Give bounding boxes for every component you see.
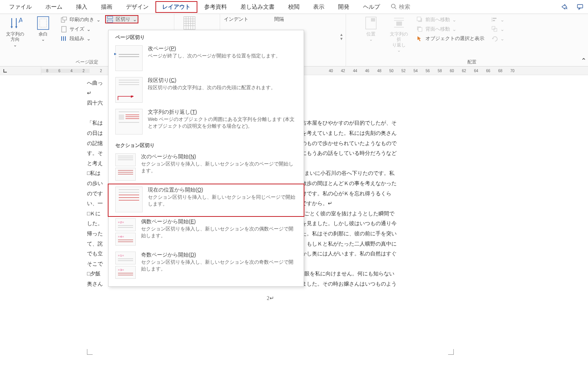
bring-front-button[interactable]: 前面へ移動 ⌄ [414, 15, 487, 24]
columns-button[interactable]: 段組み ⌄ [58, 34, 103, 43]
breaks-button[interactable]: 区切り ⌄ [105, 15, 138, 23]
ruler-tick: 64 [470, 69, 482, 73]
text-direction-button[interactable]: A 文字列の 方向 ⌄ [2, 15, 28, 48]
text-wrap-icon [392, 16, 406, 30]
tab-review[interactable]: 校閲 [281, 1, 306, 13]
even-page-section-icon: =2= =4= [115, 218, 136, 246]
ruler-tick: 40 [325, 69, 337, 73]
svg-rect-4 [37, 17, 49, 29]
position-icon [364, 16, 378, 30]
spinner-down-icon[interactable]: ▼ [340, 37, 343, 41]
even-page-section-item[interactable]: =2= =4= 偶数ページから開始(E) セクション区切りを挿入し、新しいセクシ… [109, 216, 304, 249]
group-objects-button[interactable]: ⌄ [489, 25, 507, 34]
page-corner-br [448, 349, 454, 355]
bring-front-icon [416, 16, 423, 23]
share-button[interactable] [559, 2, 570, 12]
svg-rect-32 [418, 28, 422, 31]
page-corner-bl [87, 349, 93, 355]
svg-rect-30 [417, 17, 421, 21]
ruler-tick: 2 [95, 69, 107, 73]
ruler-tick: 2 [78, 69, 90, 73]
tab-mailmerge[interactable]: 差し込み文書 [234, 1, 281, 13]
chevron-down-icon: ⌄ [500, 26, 504, 32]
chevron-down-icon: ⌄ [452, 26, 456, 32]
svg-rect-37 [494, 28, 497, 31]
svg-rect-35 [493, 20, 495, 21]
ruler-tick: 68 [494, 69, 506, 73]
odd-page-section-item[interactable]: =1= =3= 奇数ページから開始(D) セクション区切りを挿入し、新しいセクシ… [109, 249, 304, 283]
tab-view[interactable]: 表示 [306, 1, 331, 13]
vertical-ruler[interactable] [0, 75, 38, 374]
ribbon-collapse-button[interactable]: ⌃ [581, 57, 586, 65]
orientation-label: 印刷の向き [70, 16, 94, 23]
tab-developer[interactable]: 開発 [331, 1, 356, 13]
next-page-section-desc: セクション区切りを挿入し、新しいセクションを次のページで開始します。 [141, 161, 297, 174]
breaks-icon [107, 16, 113, 23]
margins-button[interactable]: 余白 ⌄ [30, 15, 56, 43]
columns-label: 段組み [70, 35, 84, 42]
selection-pane-label: オブジェクトの選択と表示 [425, 35, 484, 42]
tab-layout[interactable]: レイアウト [155, 1, 197, 13]
next-page-section-item[interactable]: 次のページから開始(N) セクション区切りを挿入し、新しいセクションを次のページ… [109, 151, 304, 184]
column-break-icon [115, 77, 143, 103]
page-break-item[interactable]: ▸ 改ページ(P) ページが終了し、次のページが開始する位置を指定します。 [109, 43, 304, 75]
search-box[interactable]: 検索 [387, 3, 414, 11]
breaks-dropdown: ページ区切り ▸ 改ページ(P) ページが終了し、次のページが開始する位置を指定… [108, 30, 304, 287]
spacing-header: 間隔 [273, 15, 285, 23]
tab-design[interactable]: デザイン [119, 1, 155, 13]
ruler-tick: 44 [349, 69, 361, 73]
comment-button[interactable] [574, 2, 586, 12]
text-wrap-button[interactable]: 文字列の折 り返し ⌄ [386, 15, 412, 54]
tab-insert[interactable]: 挿入 [69, 1, 94, 13]
ruler-tick: 62 [458, 69, 470, 73]
continuous-section-desc: セクション区切りを挿入し、新しいセクションを同じページで開始します。 [148, 194, 297, 207]
ruler-tab-selector[interactable] [0, 66, 41, 75]
ruler-tick: 46 [361, 69, 373, 73]
tab-home[interactable]: ホーム [39, 1, 69, 13]
text-wrap-break-item[interactable]: 文字列の折り返し(T) Web ページのオブジェクトの周囲にある文字列を分離しま… [109, 107, 304, 138]
tab-file[interactable]: ファイル [2, 1, 39, 13]
svg-rect-28 [396, 22, 402, 26]
arrange-group-label: 配置 [358, 58, 586, 66]
send-back-label: 背面へ移動 [425, 26, 450, 32]
ruler-tick: 60 [446, 69, 458, 73]
ruler-tick: 48 [373, 69, 385, 73]
page-number: 2↵ [87, 294, 454, 304]
selection-pane-button[interactable]: オブジェクトの選択と表示 [414, 34, 487, 43]
chevron-down-icon: ⌄ [500, 17, 504, 23]
tab-bar: ファイル ホーム 挿入 描画 デザイン レイアウト 参考資料 差し込み文書 校閲… [0, 0, 588, 14]
svg-line-1 [395, 8, 396, 9]
chevron-down-icon: ⌄ [369, 37, 373, 42]
size-button[interactable]: サイズ ⌄ [58, 25, 103, 34]
send-back-button[interactable]: 背面へ移動 ⌄ [414, 25, 487, 34]
tab-help[interactable]: ヘルプ [356, 1, 387, 13]
send-back-icon [416, 26, 423, 32]
group-icon [491, 26, 498, 32]
svg-rect-14 [184, 17, 195, 29]
svg-rect-7 [63, 17, 67, 20]
odd-page-section-desc: セクション区切りを挿入し、新しいセクションを次の奇数ページで開始します。 [141, 259, 297, 272]
position-label: 位置 [366, 31, 375, 37]
ruler-tick: 8 [41, 69, 53, 73]
svg-rect-8 [62, 26, 66, 32]
continuous-section-item[interactable]: 現在の位置から開始(O) セクション区切りを挿入し、新しいセクションを同じページ… [108, 184, 304, 217]
text-wrap-break-icon [115, 109, 143, 134]
align-button[interactable]: ⌄ [489, 15, 507, 24]
rotate-button[interactable]: ⌄ [489, 34, 507, 43]
tab-references[interactable]: 参考資料 [197, 1, 234, 13]
text-wrap-label: 文字列の折 り返し [388, 31, 410, 48]
spinner-up-icon[interactable]: ▲ [340, 32, 343, 37]
chevron-down-icon: ⌄ [13, 42, 17, 48]
chevron-down-icon: ⌄ [452, 17, 456, 23]
tab-draw[interactable]: 描画 [94, 1, 119, 13]
bring-front-label: 前面へ移動 [425, 16, 450, 23]
chevron-down-icon: ⌄ [133, 17, 137, 22]
chevron-down-icon: ⌄ [87, 26, 91, 32]
orientation-button[interactable]: 印刷の向き ⌄ [58, 15, 103, 24]
column-break-item[interactable]: 段区切り(C) 段区切りの後の文字列は、次の段の先頭に配置されます。 [109, 75, 304, 107]
ruler-tick: 6 [53, 69, 65, 73]
selection-pane-icon [416, 35, 423, 42]
ruler-tick: 70 [506, 69, 518, 73]
margins-icon [36, 16, 50, 30]
position-button[interactable]: 位置 ⌄ [358, 15, 384, 43]
